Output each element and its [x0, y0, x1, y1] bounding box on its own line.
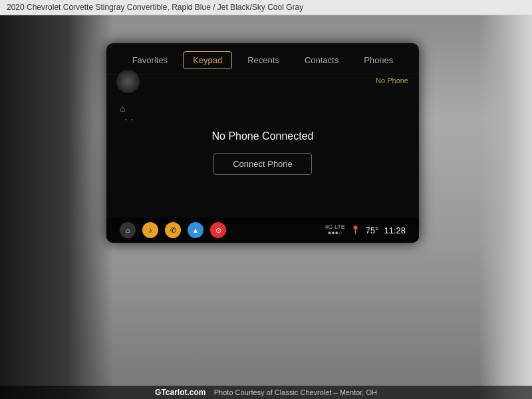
interior-left-panel: [0, 0, 113, 399]
infotainment-screen: Favorites Keypad Recents Contacts Phones…: [106, 43, 419, 243]
signal-bars: ●●●○: [328, 229, 342, 236]
time-display: 11:28: [384, 225, 406, 235]
phone-status-line: No Phone: [106, 75, 419, 86]
tab-phones[interactable]: Phones: [354, 51, 403, 69]
phone-icon[interactable]: ✆: [165, 222, 181, 238]
no-phone-connected-text: No Phone Connected: [212, 130, 314, 142]
connect-phone-button[interactable]: Connect Phone: [213, 153, 312, 175]
signal-indicator: 4G LTE ●●●○: [325, 224, 344, 236]
location-icon: 📍: [350, 225, 360, 235]
screen-main-content: No Phone Connected Connect Phone: [106, 86, 419, 219]
infotainment-screen-wrapper: Favorites Keypad Recents Contacts Phones…: [106, 43, 419, 243]
tab-favorites[interactable]: Favorites: [122, 51, 178, 69]
nav-tabs: Favorites Keypad Recents Contacts Phones: [106, 43, 419, 75]
temperature-display: 75°: [366, 225, 379, 235]
bottom-right-status: 4G LTE ●●●○ 📍 75° 11:28: [325, 224, 406, 236]
tab-keypad[interactable]: Keypad: [183, 51, 232, 69]
watermark-bar: GTcarlot.com Photo Courtesy of Classic C…: [0, 386, 532, 399]
bottom-icons-group: ⌂ ♪ ✆ ▲ ⊙: [120, 222, 226, 238]
dial-knob: [116, 70, 140, 93]
interior-right-panel: [479, 0, 532, 399]
page-title-bar: 2020 Chevrolet Corvette Stingray Convert…: [0, 0, 532, 15]
radio-icon[interactable]: ⊙: [210, 222, 226, 238]
home-icon[interactable]: ⌂: [120, 222, 136, 238]
bottom-bar: ⌂ ♪ ✆ ▲ ⊙ 4G LTE ●●●○ 📍 75° 11:28: [106, 217, 419, 243]
music-icon[interactable]: ♪: [142, 222, 158, 238]
dots-indicator: • •: [125, 116, 134, 122]
tab-recents[interactable]: Recents: [237, 51, 289, 69]
gtcarlot-logo: GTcarlot.com: [155, 388, 205, 397]
photo-credit: Photo Courtesy of Classic Chevrolet – Me…: [214, 388, 377, 396]
home-indicator: ⌂: [120, 103, 125, 114]
navigation-icon[interactable]: ▲: [188, 222, 203, 238]
page-title: 2020 Chevrolet Corvette Stingray Convert…: [7, 3, 303, 12]
no-phone-status: No Phone: [376, 76, 408, 84]
tab-contacts[interactable]: Contacts: [295, 51, 348, 69]
